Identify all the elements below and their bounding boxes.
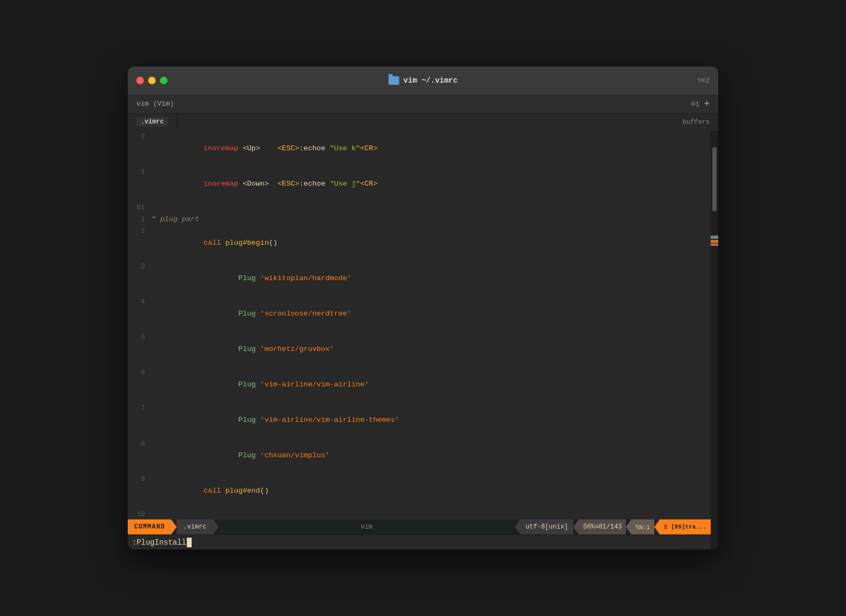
- new-tab-button[interactable]: +: [704, 99, 710, 109]
- status-extra: Ξ [85]tra...: [660, 519, 711, 534]
- code-line-p1: 1 " plug part: [128, 214, 711, 225]
- scrollbar-indicator-3: [711, 244, 718, 246]
- minimize-button[interactable]: [148, 77, 156, 84]
- subtitle-shortcut: ⌘1: [691, 100, 700, 108]
- status-extra-arrow: [654, 519, 660, 534]
- status-mode-arrow: [171, 519, 177, 534]
- tab-vimrc[interactable]: .vimrc: [128, 114, 177, 131]
- maximize-button[interactable]: [160, 77, 167, 84]
- status-file-arrow: [213, 519, 218, 534]
- code-line-2: 1 inoremap <Down> <ESC>:echoe "Use j"<CR…: [128, 166, 711, 202]
- status-percent: 56%≡81/143: [579, 519, 626, 534]
- tab-label: .vimrc: [136, 117, 168, 127]
- code-line-p4: 4 Plug 'scrooloose/nerdtree': [128, 296, 711, 332]
- code-area: 2 inoremap <Up> <ESC>:echoe "Use k"<CR> …: [128, 131, 711, 519]
- cmdline-text: :PlugInstall: [132, 538, 186, 547]
- folder-icon: [389, 76, 399, 85]
- code-line-p2: 2 call plug#begin(): [128, 225, 711, 261]
- scrollbar-thumb[interactable]: [712, 147, 717, 211]
- tabbar: .vimrc buffers: [128, 114, 718, 131]
- titlebar: vim ~/.vimrc ⌥⌘2: [128, 67, 718, 94]
- status-percent-arrow: [573, 519, 579, 534]
- status-filetype: vim: [218, 519, 515, 534]
- terminal-window: vim ~/.vimrc ⌥⌘2 vim (Vim) ⌘1 + .vimrc b…: [128, 67, 718, 549]
- code-line-p10: 10: [128, 509, 711, 519]
- code-line-81: 81: [128, 202, 711, 214]
- status-enc-arrow: [515, 519, 520, 534]
- status-right: utf-8[unix] 56%≡81/143 ℕ%:1 Ξ [85]tra...: [515, 519, 711, 534]
- titlebar-center: vim ~/.vimrc: [389, 76, 458, 85]
- cursor: [187, 538, 192, 547]
- scrollbar[interactable]: [711, 131, 718, 549]
- scrollbar-indicator-1: [711, 236, 718, 239]
- window-title: vim ~/.vimrc: [404, 76, 458, 85]
- code-line-p7: 7 Plug 'vim-airline/vim-airline-themes': [128, 402, 711, 438]
- main-content: 2 inoremap <Up> <ESC>:echoe "Use k"<CR> …: [128, 131, 718, 549]
- status-mode: COMMAND: [128, 519, 171, 534]
- buffers-label: buffers: [674, 114, 718, 131]
- code-line-p6: 6 Plug 'vim-airline/vim-airline': [128, 367, 711, 402]
- scrollbar-indicator-2: [711, 240, 718, 243]
- status-lineinfo-arrow: [626, 519, 631, 534]
- code-line-p5: 5 Plug 'morhetz/gruvbox': [128, 332, 711, 367]
- code-line-1: 2 inoremap <Up> <ESC>:echoe "Use k"<CR>: [128, 131, 711, 166]
- subtitlebar: vim (Vim) ⌘1 +: [128, 94, 718, 114]
- statusbar: COMMAND .vimrc vim utf-8[unix] 56%≡81/14…: [128, 519, 711, 534]
- cmdline[interactable]: :PlugInstall: [128, 534, 711, 549]
- code-line-p3: 3 Plug 'wikitopian/hardmode': [128, 261, 711, 296]
- close-button[interactable]: [136, 77, 144, 84]
- editor[interactable]: 2 inoremap <Up> <ESC>:echoe "Use k"<CR> …: [128, 131, 711, 549]
- traffic-lights: [136, 77, 167, 84]
- titlebar-shortcut: ⌥⌘2: [697, 76, 710, 85]
- subtitle-label: vim (Vim): [136, 100, 174, 108]
- code-line-p8: 8 Plug 'chxuan/vimplus': [128, 438, 711, 473]
- status-lineinfo: ℕ%:1: [631, 519, 654, 534]
- status-file: .vimrc: [177, 519, 213, 534]
- subtitle-right: ⌘1 +: [691, 99, 710, 109]
- code-line-p9: 9 call plug#end(): [128, 473, 711, 509]
- status-encoding: utf-8[unix]: [520, 519, 573, 534]
